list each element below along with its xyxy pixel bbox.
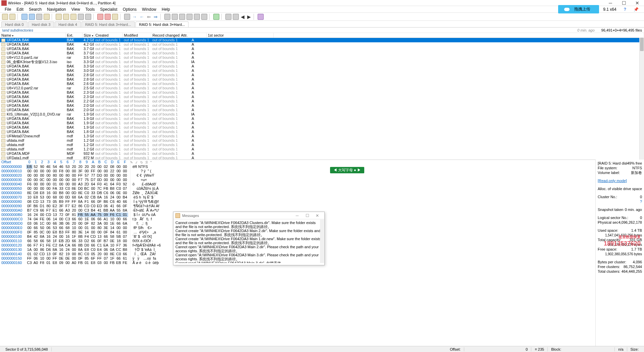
- column-record-changed[interactable]: Record changed: [151, 33, 179, 38]
- hex-bytes[interactable]: 0123456789ABCDEF EB52904E544653202020200…: [24, 160, 130, 264]
- column-size[interactable]: Size ▾: [82, 33, 94, 38]
- forward-arrow-icon[interactable]: ←: [139, 14, 145, 19]
- column-attr-[interactable]: Attr.: [179, 33, 206, 38]
- file-row[interactable]: UFDATA.BAKBAK3.0 GBout of bounds 1out of…: [0, 69, 644, 73]
- file-row[interactable]: UFDATA.BAKBAK4.2 GBout of bounds 1out of…: [0, 38, 644, 43]
- calc-icon[interactable]: [213, 14, 219, 20]
- file-row[interactable]: UFDATA.BAKBAK3.7 GBout of bounds 1out of…: [0, 47, 644, 51]
- file-row[interactable]: UFDATA.BAKBAK2.3 GBout of bounds 1out of…: [0, 95, 644, 99]
- column-name[interactable]: Name ▾: [0, 33, 65, 38]
- readonly-link[interactable]: [Read-only mode]: [598, 179, 627, 183]
- column-modified[interactable]: Modified: [122, 33, 151, 38]
- dialog-maximize[interactable]: ☐: [302, 213, 312, 218]
- column-ext-[interactable]: Ext.: [65, 33, 82, 38]
- column-created[interactable]: Created: [94, 33, 122, 38]
- file-row[interactable]: 06_金蝶K3rise专业版V12.3.isoiso3.3 GBout of b…: [0, 60, 644, 64]
- file-row[interactable]: UFDATA.BAKBAK1.8 GBout of bounds 1out of…: [0, 130, 644, 134]
- help-icon[interactable]: ?: [621, 6, 629, 12]
- open-file-icon[interactable]: [9, 14, 15, 20]
- menu-navigation[interactable]: Navigation: [44, 6, 69, 12]
- zoom-icon[interactable]: :II: [145, 161, 148, 164]
- save-icon[interactable]: [21, 14, 28, 20]
- file-row[interactable]: UFMeta072new.mdfmdf1.3 GBout of bounds 1…: [0, 134, 644, 138]
- file-list[interactable]: Name ▾Ext.Size ▾CreatedModifiedRecord ch…: [0, 33, 644, 160]
- save-as-icon[interactable]: [29, 14, 35, 20]
- menu-help[interactable]: Help: [159, 6, 173, 12]
- back-arrow-icon[interactable]: →: [131, 14, 138, 19]
- template-icon[interactable]: [233, 14, 239, 20]
- menu-specialist[interactable]: Specialist: [98, 6, 120, 12]
- copy-icon[interactable]: [63, 14, 69, 20]
- file-row[interactable]: UFDATA.BAKBAK1.9 GBout of bounds 1out of…: [0, 117, 644, 121]
- dialog-scrollbar[interactable]: [320, 220, 324, 263]
- file-row[interactable]: UFDATA.BAKBAK1.9 GBout of bounds 1out of…: [0, 121, 644, 125]
- goto-icon[interactable]: [124, 14, 130, 20]
- nav-left-icon[interactable]: ⇐: [146, 14, 152, 19]
- menu-view[interactable]: View: [69, 6, 83, 12]
- maximize-button[interactable]: ☐: [617, 0, 631, 6]
- file-row[interactable]: UFDATA.BAKBAK2.2 GBout of bounds 1out of…: [0, 99, 644, 103]
- file-row[interactable]: UFDATA.BAKBAK2.8 GBout of bounds 1out of…: [0, 73, 644, 77]
- redo-icon[interactable]: [85, 14, 91, 20]
- tab-0[interactable]: Hard disk 0: [1, 21, 28, 27]
- find-hex-icon[interactable]: [97, 14, 103, 20]
- pin-icon[interactable]: 📌: [631, 6, 641, 12]
- close-button[interactable]: ✕: [631, 0, 644, 6]
- options-icon[interactable]: [258, 14, 264, 20]
- print-icon[interactable]: [36, 14, 42, 20]
- menu-file[interactable]: File: [2, 6, 14, 12]
- dialog-titlebar[interactable]: Messages ─ ☐ ✕: [173, 212, 324, 219]
- file-row[interactable]: UFDATA.BAKBAK2.3 GBout of bounds 1out of…: [0, 90, 644, 95]
- disk-icon[interactable]: [164, 14, 170, 20]
- minimize-button[interactable]: ─: [604, 0, 617, 6]
- file-row[interactable]: ufdata.mdfmdf1.2 GBout of bounds 1out of…: [0, 143, 644, 147]
- refresh-icon[interactable]: ↻: [140, 161, 143, 164]
- file-row[interactable]: UFDATA.BAKBAK2.0 GBout of bounds 1out of…: [0, 108, 644, 112]
- file-row[interactable]: U8+V12.0.part1.rarrar3.5 GBout of bounds…: [0, 55, 644, 60]
- recover-icon[interactable]: [201, 14, 207, 20]
- replace-icon[interactable]: [112, 14, 118, 20]
- close-hex-icon[interactable]: ⌃: [150, 161, 152, 164]
- ram-icon[interactable]: [172, 14, 178, 20]
- file-row[interactable]: ufdata.mdfmdf1.2 GBout of bounds 1out of…: [0, 147, 644, 151]
- menu-tools[interactable]: Tools: [83, 6, 98, 12]
- tab-2[interactable]: Hard disk 4: [55, 21, 81, 27]
- file-row[interactable]: UFDATA.BAKBAK3.3 GBout of bounds 1out of…: [0, 64, 644, 69]
- search-icon[interactable]: [194, 14, 200, 20]
- file-row[interactable]: U8+V12.0.part2.rarrar2.5 GBout of bounds…: [0, 86, 644, 90]
- menu-search[interactable]: Search: [26, 6, 44, 12]
- new-file-icon[interactable]: [2, 14, 8, 20]
- undo-icon[interactable]: [78, 14, 84, 20]
- tab-3[interactable]: RAID 5: Hard disk 3+Hard...: [82, 21, 135, 27]
- paste-icon[interactable]: [70, 14, 76, 20]
- cut-icon[interactable]: [56, 14, 62, 20]
- file-row[interactable]: UFDATA.BAKBAK4.2 GBout of bounds 1out of…: [0, 42, 644, 47]
- menu-window[interactable]: Window: [139, 6, 159, 12]
- file-row[interactable]: UFDATA.BAKBAK2.8 GBout of bounds 1out of…: [0, 77, 644, 82]
- ruler-icon[interactable]: ⫽: [135, 161, 138, 164]
- file-row[interactable]: UFDATA.BAKBAK1.9 GBout of bounds 1out of…: [0, 125, 644, 130]
- dialog-minimize[interactable]: ─: [292, 213, 302, 218]
- file-row[interactable]: UFDATA.BAKBAK2.0 GBout of bounds 1out of…: [0, 103, 644, 108]
- play-back-icon[interactable]: ◀: [240, 14, 245, 19]
- column-1st-sector[interactable]: 1st sector: [206, 33, 273, 38]
- interpret-icon[interactable]: [225, 14, 231, 20]
- file-row[interactable]: ufdata.mdfmdf1.2 GBout of bounds 1out of…: [0, 138, 644, 143]
- properties-icon[interactable]: [44, 14, 50, 20]
- clone-icon[interactable]: [179, 14, 185, 20]
- upload-button[interactable]: 拖拽上传: [558, 5, 599, 13]
- play-fwd-icon[interactable]: ▶: [247, 14, 252, 19]
- nav-right-icon[interactable]: ⇒: [153, 14, 158, 19]
- file-row[interactable]: UFDATA.BAKBAK2.6 GBout of bounds 1out of…: [0, 82, 644, 86]
- scrollbar-thumb[interactable]: [640, 38, 644, 51]
- find-text-icon[interactable]: [105, 14, 111, 20]
- file-row[interactable]: KIS_Ultimate_V2[1].0.0_DVD.rarrar1.9 GBo…: [0, 112, 644, 117]
- tab-1[interactable]: Hard disk 3: [28, 21, 54, 27]
- menu-options[interactable]: Options: [120, 6, 139, 12]
- pencil-icon[interactable]: ✎: [130, 161, 133, 164]
- image-icon[interactable]: [186, 14, 193, 20]
- dialog-close[interactable]: ✕: [312, 213, 322, 218]
- tab-4[interactable]: RAID 5: Hard disk 3+Hard...: [136, 21, 189, 27]
- menu-edit[interactable]: Edit: [14, 6, 26, 12]
- file-row[interactable]: UFData1.mdfmdf872 MBout of bounds 1out o…: [0, 156, 644, 160]
